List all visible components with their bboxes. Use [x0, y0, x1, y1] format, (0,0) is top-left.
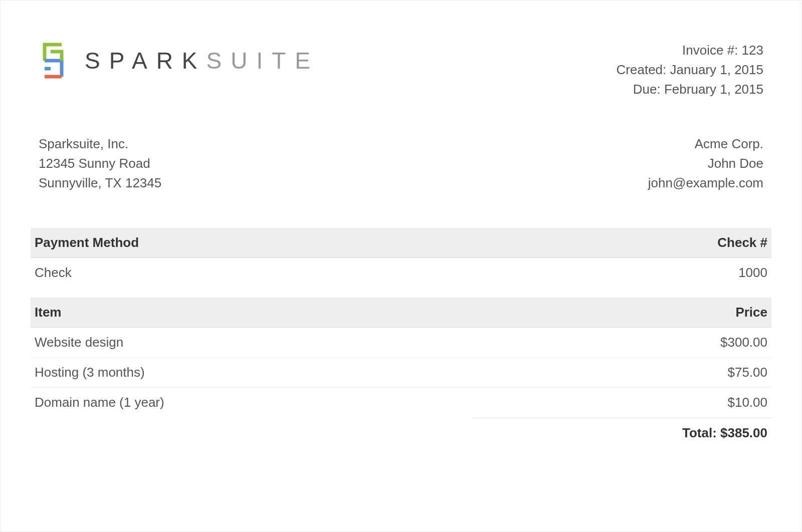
- logo-text: SPARKSUITE: [85, 44, 319, 78]
- price-heading: Price: [472, 298, 771, 328]
- line-item-price: $75.00: [472, 358, 771, 388]
- total-row: Total: $385.00: [31, 418, 771, 448]
- items-heading-row: Item Price: [31, 298, 771, 328]
- invoice-number: Invoice #: 123: [442, 41, 763, 60]
- line-item-name: Domain name (1 year): [31, 388, 472, 418]
- to-name: John Doe: [416, 154, 763, 173]
- logo-text-dark: SPARK: [85, 48, 207, 74]
- line-item-name: Hosting (3 months): [31, 358, 472, 388]
- invoice-due: Due: February 1, 2015: [442, 80, 763, 99]
- line-item-row: Domain name (1 year) $10.00: [31, 388, 771, 418]
- invoice-created: Created: January 1, 2015: [442, 60, 763, 80]
- total-value: Total: $385.00: [472, 418, 771, 448]
- from-address: Sparksuite, Inc. 12345 Sunny Road Sunnyv…: [35, 129, 412, 223]
- check-number-value: 1000: [472, 258, 771, 298]
- logo-text-light: SUITE: [207, 48, 319, 74]
- line-item-price: $300.00: [472, 328, 771, 358]
- payment-method-value: Check: [31, 258, 472, 298]
- payment-heading-row: Payment Method Check #: [31, 228, 771, 258]
- line-item-row: Website design $300.00: [31, 328, 771, 358]
- check-number-heading: Check #: [472, 228, 771, 258]
- invoice-meta: Invoice #: 123 Created: January 1, 2015 …: [438, 36, 767, 119]
- sparksuite-logo-icon: [39, 41, 74, 81]
- to-address: Acme Corp. John Doe john@example.com: [412, 129, 767, 223]
- invoice-box: SPARKSUITE Invoice #: 123 Created: Janua…: [0, 0, 802, 532]
- payment-details-row: Check 1000: [31, 258, 771, 298]
- invoice-table: SPARKSUITE Invoice #: 123 Created: Janua…: [31, 31, 771, 448]
- logo: SPARKSUITE: [39, 41, 434, 81]
- line-item-row: Hosting (3 months) $75.00: [31, 358, 771, 388]
- from-city: Sunnyville, TX 12345: [39, 173, 408, 193]
- line-item-price: $10.00: [472, 388, 771, 418]
- line-item-name: Website design: [31, 328, 472, 358]
- from-name: Sparksuite, Inc.: [39, 134, 408, 154]
- from-street: 12345 Sunny Road: [39, 154, 408, 173]
- to-email: john@example.com: [416, 173, 763, 193]
- to-company: Acme Corp.: [416, 134, 763, 154]
- payment-method-heading: Payment Method: [31, 228, 472, 258]
- item-heading: Item: [31, 298, 472, 328]
